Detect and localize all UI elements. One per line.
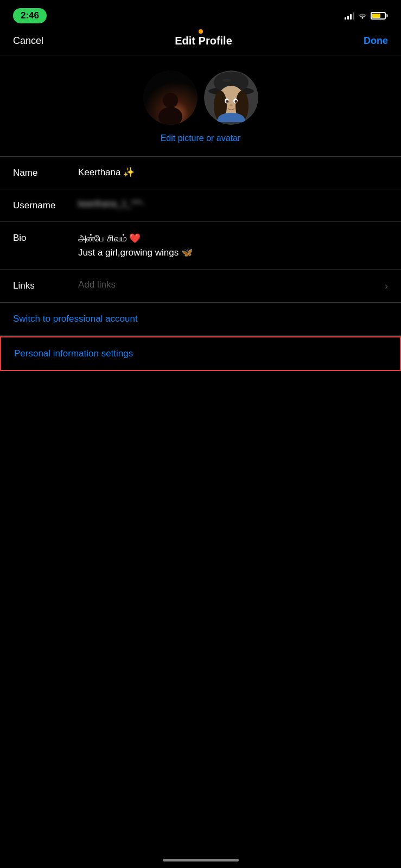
page-title: Edit Profile <box>175 35 232 47</box>
name-value[interactable]: Keerthana ✨ <box>78 167 388 178</box>
svg-point-12 <box>226 100 228 103</box>
status-icons <box>345 11 388 21</box>
profile-photo[interactable] <box>143 71 198 125</box>
wifi-icon <box>358 11 367 21</box>
svg-point-3 <box>163 93 178 108</box>
avatar-row <box>143 71 258 125</box>
svg-point-15 <box>222 79 231 82</box>
personal-info-section: Personal information settings <box>0 336 401 371</box>
bio-label: Bio <box>13 232 78 244</box>
form-section: Name Keerthana ✨ Username keerthana_1_**… <box>0 157 401 303</box>
bio-line1: அன்பே சிவம் ❤️ <box>78 232 388 246</box>
links-row[interactable]: Links Add links › <box>0 270 401 302</box>
links-label: Links <box>13 279 78 291</box>
bio-value[interactable]: அன்பே சிவம் ❤️ Just a girl,growing wings… <box>78 232 388 259</box>
status-time: 2:46 <box>13 8 47 23</box>
links-placeholder: Add links <box>78 279 385 290</box>
done-button[interactable]: Done <box>364 35 388 47</box>
svg-point-13 <box>234 100 237 103</box>
switch-professional-section: Switch to professional account <box>0 303 401 336</box>
name-label: Name <box>13 167 78 178</box>
battery-icon <box>371 12 388 20</box>
memoji-avatar[interactable] <box>204 71 258 125</box>
avatar-section: Edit picture or avatar <box>0 55 401 157</box>
username-label: Username <box>13 199 78 211</box>
recording-dot <box>199 29 203 34</box>
links-chevron-icon: › <box>385 280 388 292</box>
switch-professional-button[interactable]: Switch to professional account <box>13 314 138 324</box>
cancel-button[interactable]: Cancel <box>13 35 43 47</box>
status-bar: 2:46 <box>0 0 401 29</box>
bio-line2: Just a girl,growing wings 🦋 <box>78 246 388 260</box>
home-indicator <box>163 859 239 861</box>
edit-picture-label[interactable]: Edit picture or avatar <box>161 133 241 143</box>
svg-point-14 <box>230 104 233 106</box>
bio-row: Bio அன்பே சிவம் ❤️ Just a girl,growing w… <box>0 222 401 270</box>
username-value[interactable]: keerthana_1_***- <box>78 199 388 209</box>
name-row: Name Keerthana ✨ <box>0 157 401 189</box>
personal-info-button[interactable]: Personal information settings <box>14 348 133 359</box>
username-row: Username keerthana_1_***- <box>0 189 401 222</box>
signal-icon <box>345 12 354 20</box>
